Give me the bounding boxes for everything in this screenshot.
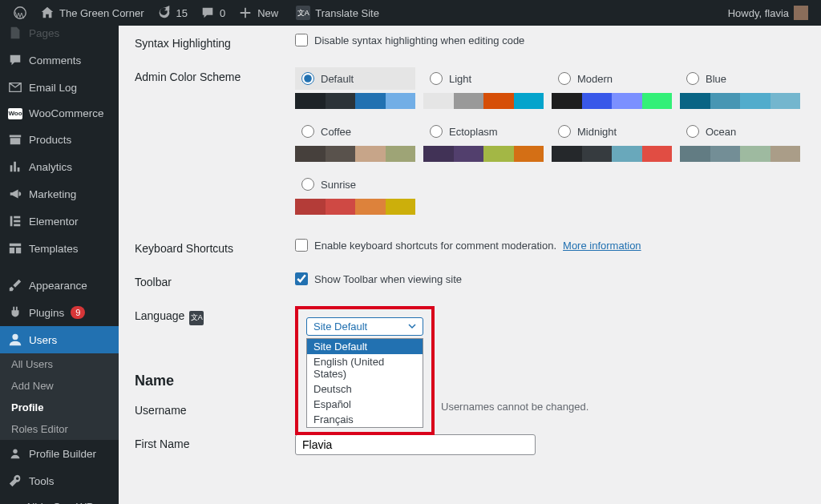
new-link[interactable]: New <box>232 0 285 26</box>
svg-rect-2 <box>14 216 20 219</box>
language-label: Language文A <box>135 306 295 325</box>
language-option[interactable]: Español <box>307 397 423 412</box>
sidebar-item-tools[interactable]: Tools <box>0 467 119 494</box>
scheme-blue-radio[interactable] <box>686 72 699 85</box>
firstname-input[interactable] <box>295 434 536 455</box>
scheme-light-radio[interactable] <box>430 72 443 85</box>
wp-logo[interactable] <box>6 0 34 26</box>
sidebar-item-pages[interactable]: Pages <box>0 26 119 46</box>
scheme-coffee[interactable]: Coffee <box>295 120 415 162</box>
svg-rect-1 <box>10 216 13 227</box>
sidebar-item-plugins[interactable]: Plugins9 <box>0 299 119 326</box>
language-option[interactable]: Français <box>307 412 423 427</box>
comment-icon <box>8 53 22 67</box>
sidebar-item-analytics[interactable]: Analytics <box>0 153 119 180</box>
elementor-icon <box>8 214 22 228</box>
profile-builder-icon <box>8 446 22 461</box>
language-select[interactable]: Site Default <box>306 317 423 336</box>
avatar <box>794 6 808 20</box>
templates-icon <box>8 241 22 256</box>
submenu-roles-editor[interactable]: Roles Editor <box>0 418 119 440</box>
admin-bar: The Green Corner 15 0 New 文ATranslate Si… <box>0 0 821 26</box>
sidebar-item-email-log[interactable]: Email Log <box>0 74 119 101</box>
keyboard-more-link[interactable]: More information <box>563 240 641 252</box>
megaphone-icon <box>8 187 22 201</box>
new-label: New <box>257 7 278 19</box>
svg-point-6 <box>13 450 17 454</box>
submenu-all-users[interactable]: All Users <box>0 353 119 375</box>
keyboard-checkbox-label: Enable keyboard shortcuts for comment mo… <box>314 240 556 252</box>
sidebar-item-elementor[interactable]: Elementor <box>0 208 119 235</box>
scheme-blue[interactable]: Blue <box>680 67 800 109</box>
wordpress-icon <box>13 6 27 20</box>
scheme-ectoplasm[interactable]: Ectoplasm <box>423 120 544 162</box>
scheme-modern[interactable]: Modern <box>552 67 672 109</box>
sidebar-item-users[interactable]: Users <box>0 326 119 353</box>
scheme-modern-radio[interactable] <box>558 72 571 85</box>
archive-icon <box>8 132 22 147</box>
toolbar-checkbox-label: Show Toolbar when viewing site <box>314 273 462 285</box>
sidebar-item-aio-migration[interactable]: All-in-One WP Migration <box>0 494 119 504</box>
site-name: The Green Corner <box>59 7 144 19</box>
keyboard-checkbox[interactable] <box>295 239 308 252</box>
scheme-sunrise-radio[interactable] <box>301 178 314 191</box>
syntax-checkbox[interactable] <box>295 34 308 46</box>
syntax-label: Syntax Highlighting <box>135 34 295 50</box>
svg-point-5 <box>12 334 18 340</box>
sidebar-item-profile-builder[interactable]: Profile Builder <box>0 440 119 467</box>
scheme-ectoplasm-radio[interactable] <box>430 125 443 138</box>
wrench-icon <box>8 474 22 488</box>
scheme-coffee-radio[interactable] <box>301 125 314 138</box>
chart-icon <box>8 159 22 174</box>
plugin-icon <box>8 305 22 320</box>
woo-icon: Woo <box>8 108 22 119</box>
scheme-default-radio[interactable] <box>301 72 314 85</box>
users-submenu: All Users Add New Profile Roles Editor <box>0 353 119 440</box>
scheme-midnight-radio[interactable] <box>558 125 571 138</box>
sidebar-item-marketing[interactable]: Marketing <box>0 180 119 208</box>
user-icon <box>8 333 22 347</box>
keyboard-label: Keyboard Shortcuts <box>135 239 295 255</box>
account-link[interactable]: Howdy, flavia <box>722 0 815 26</box>
updates-count: 15 <box>176 7 188 19</box>
sidebar-item-woocommerce[interactable]: WooWooCommerce <box>0 101 119 126</box>
scheme-default[interactable]: Default <box>295 67 415 109</box>
translate-icon: 文A <box>296 6 310 20</box>
brush-icon <box>8 278 22 292</box>
submenu-add-new[interactable]: Add New <box>0 375 119 397</box>
translate-label: Translate Site <box>315 7 379 19</box>
scheme-light[interactable]: Light <box>423 67 544 109</box>
language-highlight-box: Site Default Site Default English (Unite… <box>295 306 435 435</box>
home-icon <box>40 6 55 20</box>
admin-sidebar: Pages Comments Email Log WooWooCommerce … <box>0 26 119 504</box>
sidebar-item-templates[interactable]: Templates <box>0 235 119 262</box>
submenu-profile[interactable]: Profile <box>0 397 119 418</box>
comments-link[interactable]: 0 <box>194 0 232 26</box>
sidebar-item-appearance[interactable]: Appearance <box>0 272 119 299</box>
sidebar-item-comments[interactable]: Comments <box>0 46 119 74</box>
language-option[interactable]: English (United States) <box>307 354 423 381</box>
scheme-sunrise[interactable]: Sunrise <box>295 173 415 215</box>
update-icon <box>157 6 172 20</box>
scheme-midnight[interactable]: Midnight <box>552 120 672 162</box>
comments-count: 0 <box>220 7 225 19</box>
username-hint: Usernames cannot be changed. <box>441 401 588 413</box>
color-scheme-label: Admin Color Scheme <box>135 67 295 83</box>
username-label: Username <box>135 401 295 417</box>
firstname-label: First Name <box>135 434 295 450</box>
main-content: Syntax Highlighting Disable syntax highl… <box>119 26 821 504</box>
sidebar-item-products[interactable]: Products <box>0 126 119 153</box>
comment-icon <box>200 6 215 20</box>
translate-link[interactable]: 文ATranslate Site <box>285 0 386 26</box>
scheme-ocean[interactable]: Ocean <box>680 120 800 162</box>
updates-link[interactable]: 15 <box>151 0 194 26</box>
svg-rect-3 <box>14 220 20 223</box>
scheme-ocean-radio[interactable] <box>686 125 699 138</box>
toolbar-checkbox[interactable] <box>295 272 308 285</box>
page-icon <box>8 26 22 40</box>
language-option[interactable]: Deutsch <box>307 381 423 397</box>
language-option[interactable]: Site Default <box>307 339 423 354</box>
plugins-badge: 9 <box>71 306 85 319</box>
syntax-checkbox-label: Disable syntax highlighting when editing… <box>314 34 524 46</box>
site-name-link[interactable]: The Green Corner <box>34 0 151 26</box>
